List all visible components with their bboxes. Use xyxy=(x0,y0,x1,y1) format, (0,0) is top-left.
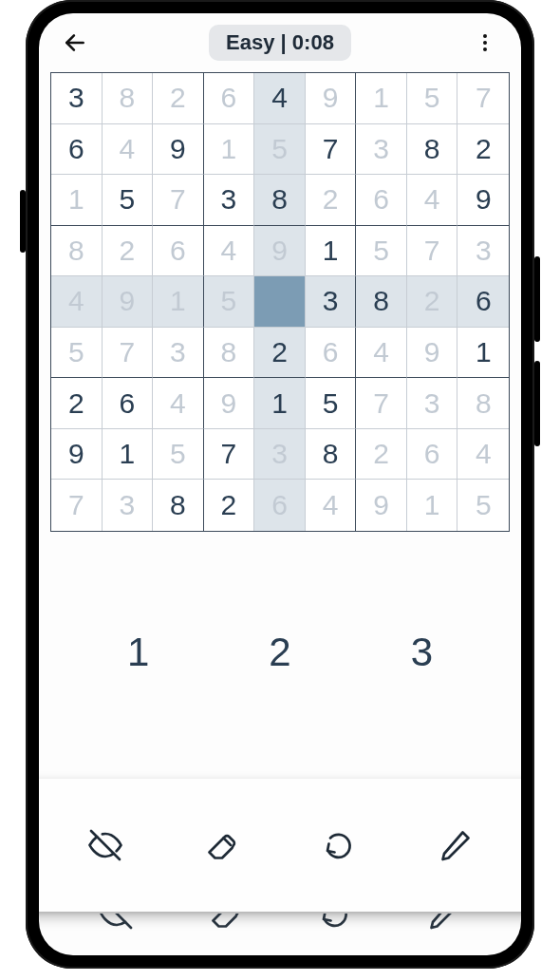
sudoku-cell[interactable]: 4 xyxy=(153,378,204,429)
sudoku-cell[interactable]: 6 xyxy=(51,124,103,176)
sudoku-cell[interactable]: 1 xyxy=(407,480,458,531)
sudoku-cell[interactable]: 2 xyxy=(407,276,458,328)
sudoku-cell[interactable]: 2 xyxy=(254,328,306,379)
sudoku-cell[interactable]: 9 xyxy=(51,429,103,481)
sudoku-cell[interactable]: 7 xyxy=(103,328,154,379)
sudoku-cell[interactable]: 1 xyxy=(103,429,154,481)
sudoku-cell[interactable]: 1 xyxy=(204,124,255,176)
sudoku-cell[interactable]: 7 xyxy=(407,226,458,277)
sudoku-cell[interactable]: 8 xyxy=(103,73,154,124)
sudoku-cell[interactable]: 9 xyxy=(457,175,509,226)
sudoku-cell[interactable]: 4 xyxy=(306,480,357,531)
sudoku-cell[interactable]: 8 xyxy=(457,378,509,429)
sudoku-cell[interactable]: 6 xyxy=(103,378,154,429)
sudoku-cell[interactable]: 5 xyxy=(51,328,103,379)
sudoku-cell[interactable]: 2 xyxy=(51,378,103,429)
sudoku-cell[interactable]: 7 xyxy=(204,429,255,481)
sudoku-cell[interactable]: 3 xyxy=(103,480,154,531)
sudoku-cell[interactable]: 1 xyxy=(51,175,103,226)
sudoku-cell[interactable]: 8 xyxy=(407,124,458,176)
sudoku-cell[interactable]: 3 xyxy=(254,429,306,481)
sudoku-cell[interactable]: 7 xyxy=(153,175,204,226)
sudoku-cell[interactable]: 1 xyxy=(153,276,204,328)
sudoku-cell[interactable]: 3 xyxy=(306,276,357,328)
sudoku-cell[interactable]: 3 xyxy=(356,124,407,176)
sudoku-cell[interactable]: 8 xyxy=(254,175,306,226)
sudoku-cell[interactable]: 8 xyxy=(153,480,204,531)
action-toolbar xyxy=(39,779,521,912)
sudoku-cell[interactable]: 9 xyxy=(204,378,255,429)
svg-point-2 xyxy=(483,41,487,45)
difficulty-timer-pill[interactable]: Easy | 0:08 xyxy=(209,25,351,61)
sudoku-cell[interactable]: 7 xyxy=(51,480,103,531)
pill-separator: | xyxy=(274,30,291,54)
sudoku-cell[interactable]: 4 xyxy=(204,226,255,277)
sudoku-cell[interactable]: 4 xyxy=(356,328,407,379)
sudoku-cell[interactable]: 7 xyxy=(356,378,407,429)
sudoku-cell[interactable]: 6 xyxy=(457,276,509,328)
sudoku-cell[interactable]: 9 xyxy=(153,124,204,176)
sudoku-cell[interactable]: 1 xyxy=(457,328,509,379)
keypad-1[interactable]: 1 xyxy=(67,551,209,753)
sudoku-cell[interactable]: 6 xyxy=(356,175,407,226)
sudoku-cell[interactable]: 6 xyxy=(153,226,204,277)
sudoku-cell[interactable]: 4 xyxy=(51,276,103,328)
sudoku-cell[interactable]: 7 xyxy=(457,73,509,124)
sudoku-cell[interactable] xyxy=(254,276,306,328)
sudoku-cell[interactable]: 5 xyxy=(457,480,509,531)
sudoku-cell[interactable]: 4 xyxy=(457,429,509,481)
sudoku-cell[interactable]: 2 xyxy=(153,73,204,124)
sudoku-cell[interactable]: 1 xyxy=(254,378,306,429)
svg-point-3 xyxy=(483,47,487,51)
svg-point-1 xyxy=(483,34,487,38)
sudoku-cell[interactable]: 9 xyxy=(356,480,407,531)
sudoku-cell[interactable]: 8 xyxy=(356,276,407,328)
sudoku-cell[interactable]: 2 xyxy=(204,480,255,531)
sudoku-cell[interactable]: 5 xyxy=(356,226,407,277)
sudoku-cell[interactable]: 8 xyxy=(204,328,255,379)
hide-hints-button[interactable] xyxy=(79,819,132,872)
difficulty-label: Easy xyxy=(226,30,274,54)
sudoku-cell[interactable]: 2 xyxy=(103,226,154,277)
sudoku-cell[interactable]: 3 xyxy=(153,328,204,379)
sudoku-cell[interactable]: 5 xyxy=(407,73,458,124)
sudoku-cell[interactable]: 4 xyxy=(254,73,306,124)
sudoku-cell[interactable]: 2 xyxy=(356,429,407,481)
sudoku-cell[interactable]: 6 xyxy=(306,328,357,379)
pencil-button[interactable] xyxy=(429,819,482,872)
sudoku-cell[interactable]: 6 xyxy=(407,429,458,481)
sudoku-cell[interactable]: 6 xyxy=(204,73,255,124)
sudoku-cell[interactable]: 4 xyxy=(103,124,154,176)
sudoku-cell[interactable]: 9 xyxy=(306,73,357,124)
more-button[interactable] xyxy=(466,24,504,62)
sudoku-cell[interactable]: 4 xyxy=(407,175,458,226)
screen: Easy | 0:08 3826491576491573821573826498… xyxy=(39,13,521,955)
sudoku-cell[interactable]: 1 xyxy=(306,226,357,277)
sudoku-cell[interactable]: 5 xyxy=(254,124,306,176)
sudoku-cell[interactable]: 2 xyxy=(306,175,357,226)
undo-icon xyxy=(322,828,356,862)
sudoku-cell[interactable]: 9 xyxy=(103,276,154,328)
sudoku-cell[interactable]: 5 xyxy=(306,378,357,429)
back-button[interactable] xyxy=(56,24,94,62)
sudoku-cell[interactable]: 9 xyxy=(254,226,306,277)
sudoku-cell[interactable]: 5 xyxy=(153,429,204,481)
sudoku-cell[interactable]: 3 xyxy=(51,73,103,124)
sudoku-cell[interactable]: 8 xyxy=(306,429,357,481)
sudoku-cell[interactable]: 5 xyxy=(204,276,255,328)
sudoku-cell[interactable]: 8 xyxy=(51,226,103,277)
sudoku-cell[interactable]: 2 xyxy=(457,124,509,176)
keypad-2[interactable]: 2 xyxy=(209,551,350,753)
sudoku-cell[interactable]: 6 xyxy=(254,480,306,531)
erase-button[interactable] xyxy=(196,819,249,872)
timer-label: 0:08 xyxy=(292,30,334,54)
sudoku-cell[interactable]: 1 xyxy=(356,73,407,124)
sudoku-cell[interactable]: 3 xyxy=(204,175,255,226)
sudoku-cell[interactable]: 9 xyxy=(407,328,458,379)
undo-button[interactable] xyxy=(312,819,365,872)
sudoku-cell[interactable]: 3 xyxy=(457,226,509,277)
sudoku-cell[interactable]: 7 xyxy=(306,124,357,176)
sudoku-cell[interactable]: 5 xyxy=(103,175,154,226)
sudoku-cell[interactable]: 3 xyxy=(407,378,458,429)
keypad-3[interactable]: 3 xyxy=(351,551,493,753)
